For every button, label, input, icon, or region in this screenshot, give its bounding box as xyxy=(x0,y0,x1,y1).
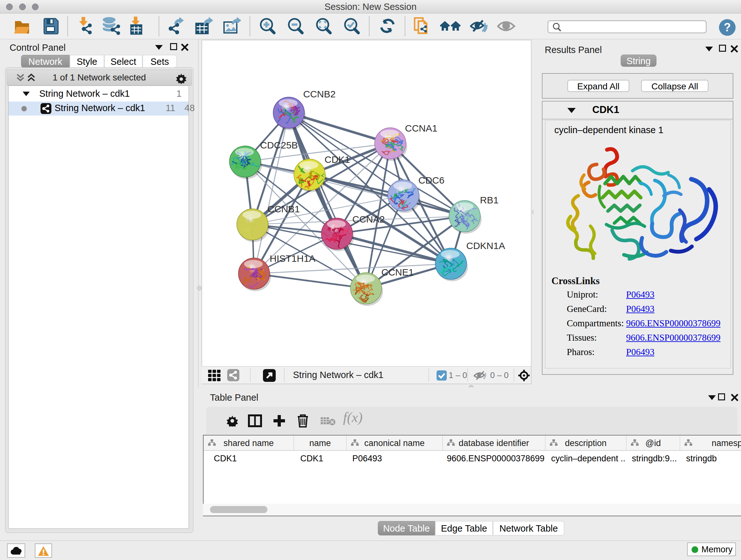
svg-text:CCNA1: CCNA1 xyxy=(405,123,437,133)
svg-text:CCNB1: CCNB1 xyxy=(267,204,300,214)
svg-text:CDK1: CDK1 xyxy=(325,154,350,165)
svg-text:CCNB2: CCNB2 xyxy=(303,89,336,99)
svg-text:CCNA2: CCNA2 xyxy=(352,214,385,225)
svg-text:CDKN1A: CDKN1A xyxy=(466,240,505,251)
svg-text:CDC6: CDC6 xyxy=(418,175,445,186)
svg-text:?: ? xyxy=(724,21,731,34)
svg-text:CCNE1: CCNE1 xyxy=(381,267,414,277)
svg-text:RB1: RB1 xyxy=(480,195,498,205)
svg-text:CDC25B: CDC25B xyxy=(260,140,298,150)
svg-text:HIST1H1A: HIST1H1A xyxy=(270,253,315,264)
